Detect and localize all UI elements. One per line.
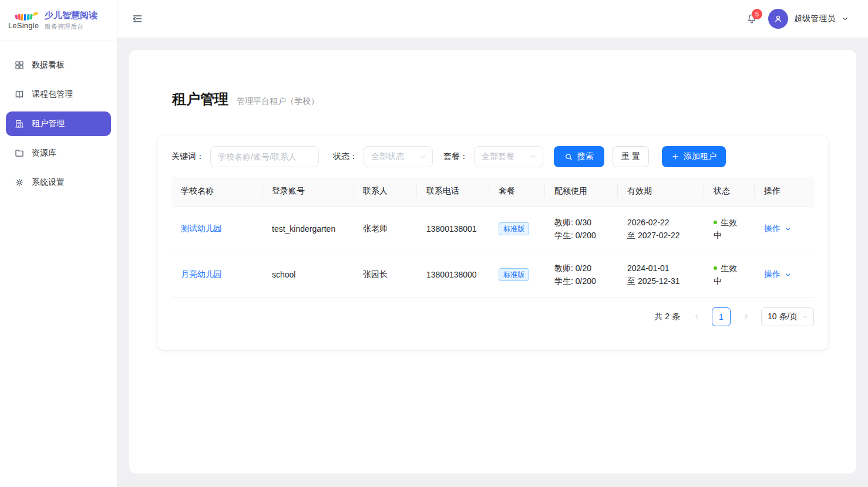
user-name: 超级管理员 <box>794 13 835 24</box>
package-select-value: 全部套餐 <box>482 151 514 162</box>
main-area: 5 超级管理员 租户管理 管理平台租户（学校） <box>117 0 868 487</box>
sidebar-menu: 数据看板 课程包管理 租户管理 资源库 系统设置 <box>0 41 117 207</box>
folder-icon <box>14 148 25 158</box>
chevron-down-icon <box>419 153 426 160</box>
sidebar-item-tenants[interactable]: 租户管理 <box>6 111 111 136</box>
notification-badge: 5 <box>752 9 762 19</box>
status-cell: 生效中 <box>704 252 755 297</box>
chevron-down-icon <box>784 225 792 233</box>
pagination-total: 共 2 条 <box>654 312 680 322</box>
quota-student: 学生: 0/200 <box>554 275 608 288</box>
login-account: school <box>272 270 295 279</box>
table-header-row: 学校名称登录账号联系人联系电话套餐配额使用有效期状态操作 <box>171 177 814 206</box>
page-subtitle: 管理平台租户（学校） <box>237 96 319 107</box>
column-header: 联系电话 <box>417 177 489 206</box>
valid-from: 2026-02-22 <box>627 216 695 229</box>
column-header: 状态 <box>704 177 755 206</box>
valid-to: 至 2027-02-22 <box>627 229 695 242</box>
package-badge: 标准版 <box>499 222 529 235</box>
contact-phone: 13800138001 <box>426 224 477 234</box>
pagination: 共 2 条 1 10 条/页 <box>171 307 814 326</box>
building-icon <box>14 119 25 129</box>
chevron-down-icon <box>530 153 537 160</box>
tenant-table: 学校名称登录账号联系人联系电话套餐配额使用有效期状态操作 测试幼儿园 test_… <box>171 177 814 298</box>
valid-from: 2024-01-01 <box>627 262 695 275</box>
column-header: 套餐 <box>489 177 545 206</box>
book-icon <box>14 89 25 100</box>
page-head: 租户管理 管理平台租户（学校） <box>172 90 828 109</box>
lesingle-logo-icon: LeSingle <box>8 11 39 30</box>
column-header: 配额使用 <box>545 177 618 206</box>
status-text: 生效中 <box>714 218 737 240</box>
validity-cell: 2024-01-01 至 2025-12-31 <box>618 252 704 297</box>
notification-bell-icon[interactable]: 5 <box>746 13 758 25</box>
logo-text: LeSingle <box>8 21 39 30</box>
reset-button[interactable]: 重 置 <box>613 146 649 167</box>
login-account: test_kindergarten <box>272 224 335 234</box>
column-header: 学校名称 <box>171 177 263 206</box>
contact-name: 张园长 <box>363 269 388 279</box>
column-header: 操作 <box>755 177 814 206</box>
column-header: 登录账号 <box>263 177 354 206</box>
next-page-button[interactable] <box>738 307 754 326</box>
status-dot-icon <box>714 266 717 270</box>
action-label: 操作 <box>764 224 780 234</box>
page-size-value: 10 条/页 <box>768 312 798 322</box>
brand: LeSingle 少儿智慧阅读 服务管理后台 <box>0 0 117 41</box>
dashboard-icon <box>14 60 25 70</box>
table-row: 测试幼儿园 test_kindergarten 张老师 13800138001 … <box>171 206 814 252</box>
brand-title: 少儿智慧阅读 <box>45 10 97 21</box>
status-cell: 生效中 <box>704 206 755 252</box>
status-select[interactable]: 全部状态 <box>364 146 433 167</box>
page-number-1[interactable]: 1 <box>712 307 731 326</box>
column-header: 有效期 <box>618 177 704 206</box>
package-badge: 标准版 <box>499 268 529 281</box>
filter-bar: 关键词： 状态： 全部状态 套餐： 全部套餐 <box>171 146 814 167</box>
chevron-down-icon <box>802 313 809 320</box>
keyword-input[interactable] <box>210 146 319 167</box>
search-icon <box>564 153 573 161</box>
brand-subtitle: 服务管理后台 <box>45 22 97 31</box>
contact-phone: 13800138000 <box>426 270 477 279</box>
page-card: 租户管理 管理平台租户（学校） 关键词： 状态： 全部状态 套 <box>129 50 856 474</box>
avatar <box>768 9 788 29</box>
sidebar-item-dashboard[interactable]: 数据看板 <box>6 53 111 77</box>
plus-icon <box>671 153 679 161</box>
quota-teacher: 教师: 0/30 <box>554 216 608 229</box>
content-area: 租户管理 管理平台租户（学校） 关键词： 状态： 全部状态 套 <box>117 38 868 487</box>
school-name-link[interactable]: 测试幼儿园 <box>181 224 222 233</box>
user-menu[interactable]: 超级管理员 <box>768 9 849 29</box>
status-label: 状态： <box>333 151 358 162</box>
keyword-label: 关键词： <box>171 151 204 162</box>
gear-icon <box>14 177 25 188</box>
sidebar: LeSingle 少儿智慧阅读 服务管理后台 数据看板 课程包管理 租户管理 资… <box>0 0 117 487</box>
sidebar-item-resources[interactable]: 资源库 <box>6 141 111 165</box>
package-label: 套餐： <box>443 151 468 162</box>
quota-teacher: 教师: 0/20 <box>554 262 608 275</box>
action-dropdown[interactable]: 操作 <box>764 269 792 280</box>
valid-to: 至 2025-12-31 <box>627 275 695 288</box>
validity-cell: 2026-02-22 至 2027-02-22 <box>618 206 704 252</box>
quota-student: 学生: 0/200 <box>554 229 608 242</box>
prev-page-button[interactable] <box>688 307 705 326</box>
quota-cell: 教师: 0/20 学生: 0/200 <box>545 252 618 297</box>
page-size-select[interactable]: 10 条/页 <box>761 307 814 326</box>
package-select[interactable]: 全部套餐 <box>474 146 543 167</box>
action-label: 操作 <box>764 269 780 280</box>
action-dropdown[interactable]: 操作 <box>764 224 792 234</box>
search-button[interactable]: 搜索 <box>554 146 604 167</box>
quota-cell: 教师: 0/30 学生: 0/200 <box>545 206 618 252</box>
chevron-down-icon <box>784 271 792 279</box>
table-row: 月亮幼儿园 school 张园长 13800138000 标准版 教师: 0/2… <box>171 252 814 297</box>
sidebar-item-settings[interactable]: 系统设置 <box>6 170 111 195</box>
sidebar-item-course-packages[interactable]: 课程包管理 <box>6 82 111 107</box>
chevron-down-icon <box>841 15 849 23</box>
top-header: 5 超级管理员 <box>117 0 868 38</box>
status-dot-icon <box>714 221 717 224</box>
add-tenant-button[interactable]: 添加租户 <box>662 146 726 167</box>
status-text: 生效中 <box>714 263 737 286</box>
school-name-link[interactable]: 月亮幼儿园 <box>181 269 222 279</box>
menu-fold-icon[interactable] <box>132 13 143 25</box>
column-header: 联系人 <box>354 177 417 206</box>
tenant-panel: 关键词： 状态： 全部状态 套餐： 全部套餐 <box>157 136 828 350</box>
